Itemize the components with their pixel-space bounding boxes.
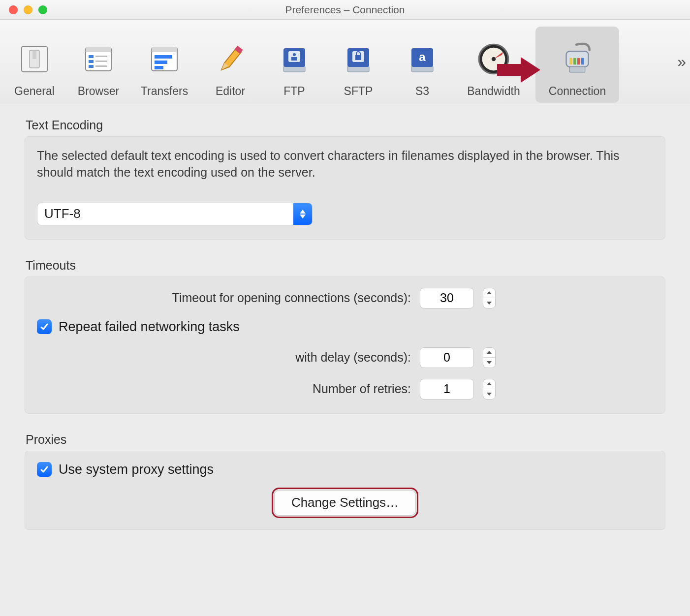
stepper-up-icon <box>483 379 495 389</box>
tab-general[interactable]: General <box>5 27 64 103</box>
svg-rect-6 <box>95 56 107 57</box>
svg-marker-43 <box>300 215 306 218</box>
window-title: Preferences – Connection <box>0 4 690 16</box>
bandwidth-icon <box>474 39 513 79</box>
svg-rect-38 <box>573 58 576 65</box>
use-system-proxy-checkbox[interactable] <box>37 462 52 477</box>
tab-bandwidth[interactable]: Bandwidth <box>457 27 531 103</box>
browser-icon <box>79 39 118 79</box>
tab-label: S3 <box>415 85 429 98</box>
svg-rect-40 <box>581 58 584 65</box>
tab-browser[interactable]: Browser <box>69 27 128 103</box>
tab-editor[interactable]: Editor <box>201 27 260 103</box>
tab-label: Transfers <box>141 85 188 98</box>
section-title-encoding: Text Encoding <box>26 118 665 132</box>
retries-input[interactable] <box>420 379 474 400</box>
tab-label: FTP <box>283 85 305 98</box>
svg-marker-44 <box>487 291 492 294</box>
section-title-proxies: Proxies <box>26 432 665 447</box>
svg-rect-36 <box>569 67 585 72</box>
svg-marker-49 <box>487 393 492 396</box>
svg-rect-37 <box>569 58 572 65</box>
svg-rect-15 <box>155 66 163 69</box>
s3-icon: a <box>403 39 442 79</box>
use-system-proxy-label: Use system proxy settings <box>59 462 214 477</box>
delay-input[interactable] <box>420 347 474 368</box>
tab-connection[interactable]: Connection <box>535 27 619 103</box>
preferences-content: Text Encoding The selected default text … <box>0 103 690 563</box>
preferences-toolbar: General Browser Transfers <box>0 20 690 103</box>
encoding-select-value: UTF-8 <box>37 206 293 221</box>
svg-rect-4 <box>86 47 111 52</box>
svg-point-22 <box>293 53 296 56</box>
timeout-label: Timeout for opening connections (seconds… <box>37 291 411 305</box>
tab-label: Editor <box>216 85 245 98</box>
svg-rect-5 <box>89 55 94 58</box>
svg-marker-46 <box>487 351 492 354</box>
zoom-window-button[interactable] <box>38 5 47 14</box>
transfers-icon <box>145 39 184 79</box>
svg-rect-27 <box>355 55 361 60</box>
sftp-icon <box>339 39 378 79</box>
select-chevrons-icon <box>293 203 312 225</box>
repeat-checkbox-label: Repeat failed networking tasks <box>59 319 240 335</box>
general-icon <box>15 39 54 79</box>
encoding-help-text: The selected default text encoding is us… <box>37 148 653 181</box>
svg-marker-45 <box>487 302 492 305</box>
svg-rect-7 <box>89 60 94 63</box>
repeat-checkbox[interactable] <box>37 319 52 334</box>
delay-label: with delay (seconds): <box>37 350 411 365</box>
section-title-timeouts: Timeouts <box>26 258 665 273</box>
svg-rect-8 <box>95 61 107 62</box>
retries-stepper[interactable] <box>483 379 496 400</box>
tab-transfers[interactable]: Transfers <box>133 27 196 103</box>
toolbar-overflow-button[interactable]: » <box>677 52 681 70</box>
tab-ftp[interactable]: FTP <box>265 27 324 103</box>
close-window-button[interactable] <box>9 5 18 14</box>
svg-rect-23 <box>291 57 297 61</box>
svg-rect-14 <box>155 61 167 64</box>
stepper-down-icon <box>483 298 495 308</box>
svg-rect-13 <box>155 55 172 59</box>
delay-stepper[interactable] <box>483 347 496 368</box>
encoding-group: The selected default text encoding is us… <box>25 136 665 240</box>
retries-label: Number of retries: <box>37 382 411 396</box>
stepper-down-icon <box>483 389 495 399</box>
titlebar: Preferences – Connection <box>0 0 690 20</box>
encoding-select[interactable]: UTF-8 <box>37 203 313 225</box>
tab-s3[interactable]: a S3 <box>393 27 452 103</box>
tab-label: Browser <box>78 85 119 98</box>
stepper-up-icon <box>483 348 495 358</box>
ftp-icon <box>275 39 314 79</box>
svg-rect-12 <box>152 47 177 52</box>
svg-marker-42 <box>300 210 306 214</box>
editor-icon <box>211 39 250 79</box>
timeout-stepper[interactable] <box>483 288 496 308</box>
tab-label: Bandwidth <box>467 85 520 98</box>
svg-rect-10 <box>95 65 107 67</box>
timeout-input[interactable] <box>420 288 474 308</box>
svg-marker-47 <box>487 361 492 364</box>
timeouts-group: Timeout for opening connections (seconds… <box>25 277 665 414</box>
svg-text:a: a <box>419 50 426 63</box>
tab-sftp[interactable]: SFTP <box>329 27 388 103</box>
svg-point-34 <box>492 57 496 62</box>
svg-marker-48 <box>487 382 492 385</box>
tab-label: General <box>14 85 55 98</box>
stepper-up-icon <box>483 288 495 298</box>
connection-icon <box>558 39 597 79</box>
tab-label: SFTP <box>344 85 373 98</box>
minimize-window-button[interactable] <box>24 5 32 14</box>
window-controls <box>0 5 47 14</box>
svg-rect-39 <box>577 58 580 65</box>
svg-rect-9 <box>89 65 94 68</box>
proxies-group: Use system proxy settings Change Setting… <box>25 451 665 530</box>
change-settings-button[interactable]: Change Settings… <box>274 490 416 516</box>
tab-label: Connection <box>549 85 606 98</box>
stepper-down-icon <box>483 357 495 368</box>
svg-rect-2 <box>32 51 36 59</box>
